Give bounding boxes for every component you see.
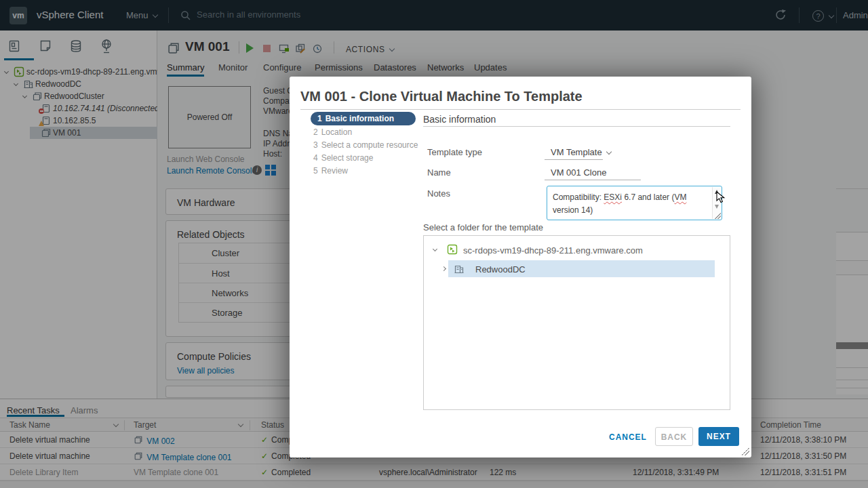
- name-label: Name: [427, 167, 451, 178]
- folder-tree-item-redwooddc[interactable]: RedwoodDC: [424, 260, 730, 277]
- chevron-down-icon: [606, 149, 612, 155]
- mouse-cursor: [716, 191, 726, 203]
- textarea-resize-handle[interactable]: [715, 213, 721, 219]
- section-title: Basic information: [423, 114, 496, 125]
- template-type-label: Template type: [427, 147, 482, 157]
- datacenter-icon: [454, 264, 465, 274]
- dialog-resize-handle[interactable]: [741, 447, 749, 455]
- template-type-select[interactable]: VM Template: [551, 147, 611, 157]
- chevron-collapsed-icon[interactable]: [441, 266, 446, 271]
- field-underline: [545, 180, 641, 180]
- vsphere-client-window: vm vSphere Client Menu ? Admini: [0, 0, 868, 488]
- vcenter-icon: [447, 244, 458, 255]
- field-underline: [545, 159, 603, 160]
- next-button[interactable]: NEXT: [698, 427, 739, 446]
- folder-tree-item-vcenter[interactable]: sc-rdops-vm19-dhcp-89-211.eng.vmware.com: [424, 241, 730, 258]
- dialog-title: VM 001 - Clone Virtual Machine To Templa…: [300, 89, 583, 104]
- scroll-down-icon[interactable]: [715, 205, 719, 209]
- notes-label: Notes: [427, 188, 450, 199]
- notes-field[interactable]: Compatibility: ESXi 6.7 and later (VM ve…: [547, 186, 722, 220]
- chevron-expanded-icon[interactable]: [433, 247, 437, 251]
- divider: [300, 109, 741, 110]
- wizard-step-review[interactable]: 5Review: [313, 166, 348, 176]
- notes-text: Compatibility: ESXi 6.7 and later (VM ve…: [553, 191, 707, 217]
- wizard-step-compute-resource[interactable]: 3Select a compute resource: [313, 140, 418, 150]
- clone-vm-to-template-dialog: VM 001 - Clone Virtual Machine To Templa…: [290, 77, 751, 458]
- folder-tree: sc-rdops-vm19-dhcp-89-211.eng.vmware.com…: [423, 235, 730, 410]
- wizard-step-select-storage[interactable]: 4Select storage: [313, 153, 373, 163]
- back-button[interactable]: BACK: [655, 427, 693, 446]
- folder-select-label: Select a folder for the template: [423, 222, 543, 232]
- wizard-step-basic-information[interactable]: 1Basic information: [311, 112, 416, 125]
- name-field[interactable]: VM 001 Clone: [551, 167, 606, 178]
- cancel-button[interactable]: CANCEL: [609, 432, 647, 442]
- divider: [423, 126, 730, 127]
- wizard-step-location[interactable]: 2Location: [313, 127, 352, 137]
